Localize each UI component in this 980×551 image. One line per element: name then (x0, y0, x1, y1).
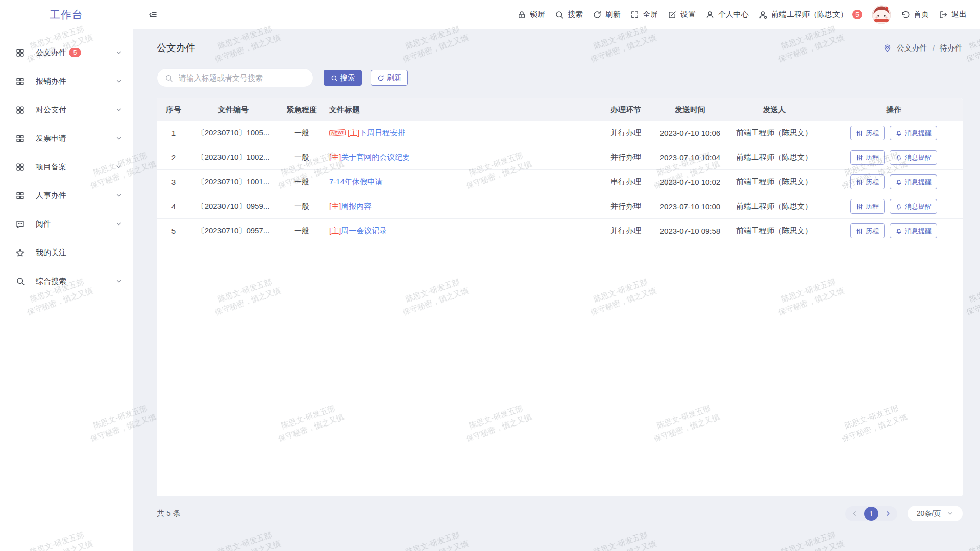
user-dot-icon (758, 10, 768, 19)
cell-sender: 前端工程师（陈思文） (724, 219, 825, 243)
sidebar-menu: 公文办件5报销办件对公支付发票申请项目备案人事办件阅件我的关注综合搜索 (0, 29, 133, 295)
page-size-select[interactable]: 20条/页 (908, 506, 963, 521)
message-remind-button[interactable]: 消息提醒 (890, 150, 937, 165)
sidebar-item-label: 公文办件 (36, 48, 66, 58)
logout-icon (939, 10, 948, 19)
history-button[interactable]: 历程 (850, 126, 885, 140)
table-row: 3〔20230710〕1001...一般7-14年休假申请串行办理2023-07… (157, 170, 963, 194)
refresh-label: 刷新 (605, 10, 621, 19)
cell-step: 串行办理 (595, 170, 656, 194)
sidebar-item-yuejian[interactable]: 阅件 (0, 210, 133, 238)
documents-table: 序号 文件编号 紧急程度 文件标题 办理环节 发送时间 发送人 操作 1〔202… (157, 98, 963, 243)
lock-action[interactable]: 锁屏 (517, 10, 545, 19)
undo-icon (901, 10, 910, 19)
history-button[interactable]: 历程 (850, 223, 885, 238)
sidebar-item-fapiao[interactable]: 发票申请 (0, 124, 133, 153)
cell-time: 2023-07-10 10:06 (656, 121, 724, 145)
home-action[interactable]: 首页 (901, 10, 929, 19)
search-button[interactable]: 搜索 (324, 70, 362, 86)
cell-index: 2 (157, 145, 190, 170)
cell-title: 7-14年休假申请 (327, 170, 595, 194)
profile-action[interactable]: 个人中心 (705, 10, 749, 19)
cell-step: 并行办理 (595, 219, 656, 243)
search-input[interactable] (178, 73, 305, 83)
grid-icon (15, 162, 25, 172)
cell-urgency: 一般 (276, 121, 327, 145)
sidebar-item-gongwen[interactable]: 公文办件5 (0, 38, 133, 67)
doc-main-tag: [主] (329, 153, 341, 161)
sidebar-item-duigong[interactable]: 对公支付 (0, 95, 133, 124)
chevron-down-icon (115, 49, 122, 56)
search-button-label: 搜索 (340, 73, 355, 83)
search-action[interactable]: 搜索 (555, 10, 583, 19)
sidebar-item-xiangmu[interactable]: 项目备案 (0, 153, 133, 181)
cell-sender: 前端工程师（陈思文） (724, 145, 825, 170)
sliders-icon (856, 179, 863, 186)
col-urgency: 紧急程度 (276, 98, 327, 121)
cell-file-no: 〔20230710〕1002... (190, 145, 276, 170)
cell-urgency: 一般 (276, 170, 327, 194)
home-label: 首页 (914, 10, 929, 19)
sidebar-item-baoxiao[interactable]: 报销办件 (0, 67, 133, 95)
cell-file-no: 〔20230710〕1005... (190, 121, 276, 145)
sliders-icon (856, 228, 863, 235)
col-file-no: 文件编号 (190, 98, 276, 121)
document-title-link[interactable]: 7-14年休假申请 (329, 177, 383, 186)
refresh-button[interactable]: 刷新 (371, 70, 408, 86)
avatar[interactable] (872, 5, 891, 24)
cell-time: 2023-07-10 09:58 (656, 219, 724, 243)
document-title-link[interactable]: 周一会议记录 (341, 226, 387, 235)
message-remind-button[interactable]: 消息提醒 (890, 223, 937, 238)
notification-badge: 5 (852, 10, 862, 19)
message-remind-button[interactable]: 消息提醒 (890, 126, 937, 140)
sliders-icon (856, 203, 863, 210)
logout-action[interactable]: 退出 (939, 10, 967, 19)
refresh-icon (593, 10, 602, 19)
refresh-action[interactable]: 刷新 (593, 10, 621, 19)
col-index: 序号 (157, 98, 190, 121)
topbar: 锁屏搜索刷新全屏设置个人中心前端工程师（陈思文）5 首页退出 (133, 0, 980, 29)
breadcrumb: 公文办件 / 待办件 (883, 43, 963, 53)
history-button[interactable]: 历程 (850, 174, 885, 189)
fullscreen-action[interactable]: 全屏 (630, 10, 658, 19)
lock-label: 锁屏 (530, 10, 545, 19)
grid-icon (15, 77, 25, 86)
user-label: 前端工程师（陈思文） (771, 10, 848, 19)
next-page-button[interactable] (883, 510, 893, 517)
breadcrumb-item[interactable]: 公文办件 (897, 43, 927, 53)
edit-square-icon (668, 10, 677, 19)
sidebar-item-renshi[interactable]: 人事办件 (0, 181, 133, 210)
prev-page-button[interactable] (850, 510, 860, 517)
refresh-button-label: 刷新 (387, 73, 401, 83)
message-remind-button[interactable]: 消息提醒 (890, 199, 937, 214)
document-title-link[interactable]: 周报内容 (341, 202, 372, 210)
table-row: 2〔20230710〕1002...一般[主]关于官网的会议纪要并行办理2023… (157, 145, 963, 170)
pagination: 1 (845, 506, 897, 521)
settings-action[interactable]: 设置 (668, 10, 696, 19)
search-label: 搜索 (568, 10, 583, 19)
cell-index: 4 (157, 194, 190, 219)
lock-icon (517, 10, 526, 19)
history-button[interactable]: 历程 (850, 150, 885, 165)
user-action[interactable]: 前端工程师（陈思文）5 (758, 10, 862, 19)
sidebar-item-sousuo[interactable]: 综合搜索 (0, 267, 133, 295)
col-actions: 操作 (825, 98, 963, 121)
doc-main-tag: [主] (329, 202, 341, 210)
cell-step: 并行办理 (595, 145, 656, 170)
grid-icon (15, 105, 25, 115)
doc-main-tag: [主] (348, 128, 359, 137)
topbar-actions: 锁屏搜索刷新全屏设置个人中心前端工程师（陈思文）5 首页退出 (517, 5, 967, 24)
page-number-active[interactable]: 1 (864, 507, 878, 521)
logout-label: 退出 (951, 10, 967, 19)
message-remind-button[interactable]: 消息提醒 (890, 174, 937, 189)
table-row: 4〔20230710〕0959...一般[主]周报内容并行办理2023-07-1… (157, 194, 963, 219)
sidebar-item-guanzhu[interactable]: 我的关注 (0, 238, 133, 267)
history-button[interactable]: 历程 (850, 199, 885, 214)
cell-sender: 前端工程师（陈思文） (724, 170, 825, 194)
sidebar-item-label: 发票申请 (36, 134, 66, 143)
chevron-down-icon (115, 78, 122, 85)
document-title-link[interactable]: 下周日程安排 (359, 128, 405, 137)
menu-fold-icon[interactable] (148, 10, 158, 19)
document-title-link[interactable]: 关于官网的会议纪要 (341, 153, 410, 161)
table-row: 1〔20230710〕1005...一般NEW![主]下周日程安排并行办理202… (157, 121, 963, 145)
